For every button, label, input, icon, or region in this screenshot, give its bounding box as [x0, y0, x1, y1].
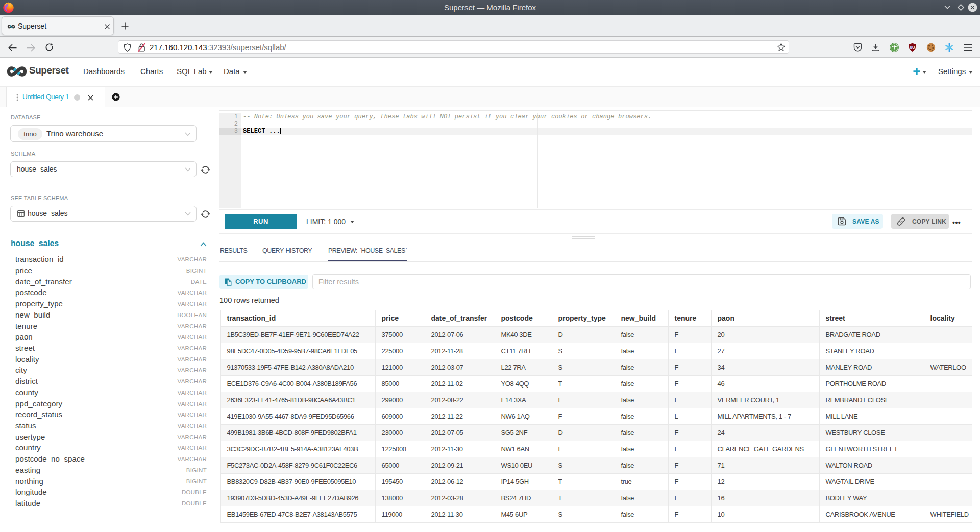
svg-text:uO: uO	[910, 45, 915, 49]
